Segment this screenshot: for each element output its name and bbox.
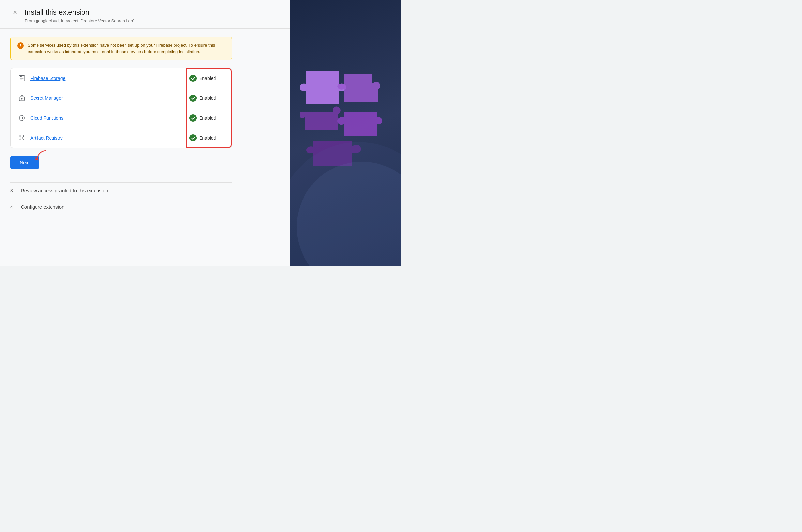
button-area: Next xyxy=(11,156,39,169)
svg-point-8 xyxy=(20,136,21,137)
step-4-number: 4 xyxy=(11,204,16,210)
step-4-label: Configure extension xyxy=(21,204,64,210)
next-button[interactable]: Next xyxy=(11,156,39,169)
service-row-firebase-storage: Firebase Storage Enabled xyxy=(11,69,232,88)
artifact-registry-status-text: Enabled xyxy=(199,135,216,140)
step-3-label: Review access granted to this extension xyxy=(21,188,108,193)
service-row-secret-manager: Secret Manager Enabled xyxy=(11,88,232,108)
step-3-number: 3 xyxy=(11,188,16,193)
svg-point-4 xyxy=(21,98,22,99)
header: × Install this extension From googleclou… xyxy=(0,0,290,29)
step-item-4: 4 Configure extension xyxy=(11,198,232,215)
main-panel: × Install this extension From googleclou… xyxy=(0,0,290,266)
firebase-storage-icon xyxy=(17,74,26,83)
firebase-storage-check xyxy=(189,75,196,82)
service-row-artifact-registry: Artifact Registry Enabled xyxy=(11,128,232,148)
artifact-registry-check xyxy=(189,134,196,141)
secret-manager-icon xyxy=(17,94,26,103)
header-subtitle: From googlecloud, in project 'Firestore … xyxy=(25,18,280,23)
cloud-functions-check xyxy=(189,114,196,121)
page-title: Install this extension xyxy=(25,8,89,17)
svg-rect-3 xyxy=(19,97,25,101)
bg-circle2 xyxy=(290,142,401,266)
firebase-storage-status-text: Enabled xyxy=(199,76,216,81)
step-container: ! Some services used by this extension h… xyxy=(11,37,232,215)
secret-manager-status: Enabled xyxy=(189,95,225,102)
cloud-functions-link[interactable]: Cloud Functions xyxy=(30,115,63,120)
firebase-storage-status: Enabled xyxy=(189,75,225,82)
svg-point-9 xyxy=(23,136,24,137)
right-panel xyxy=(290,0,401,266)
service-row-cloud-functions: Cloud Functions Enabled xyxy=(11,108,232,128)
artifact-registry-link[interactable]: Artifact Registry xyxy=(30,135,63,140)
warning-banner: ! Some services used by this extension h… xyxy=(11,37,232,60)
svg-rect-1 xyxy=(20,78,24,79)
artifact-registry-icon xyxy=(17,133,26,142)
cloud-functions-icon xyxy=(17,113,26,122)
secret-manager-link[interactable]: Secret Manager xyxy=(30,96,63,101)
svg-rect-2 xyxy=(20,79,22,80)
secret-manager-status-text: Enabled xyxy=(199,96,216,101)
steps-below: 3 Review access granted to this extensio… xyxy=(11,182,232,215)
warning-icon: ! xyxy=(17,42,24,49)
svg-point-11 xyxy=(23,139,24,140)
artifact-registry-status: Enabled xyxy=(189,134,225,141)
step-item-3: 3 Review access granted to this extensio… xyxy=(11,182,232,198)
warning-text: Some services used by this extension hav… xyxy=(28,42,225,55)
svg-point-7 xyxy=(21,137,22,138)
firebase-storage-link[interactable]: Firebase Storage xyxy=(30,76,65,81)
secret-manager-check xyxy=(189,95,196,102)
close-button[interactable]: × xyxy=(11,8,20,17)
cloud-functions-status: Enabled xyxy=(189,114,225,121)
services-card: Firebase Storage Enabled xyxy=(11,68,232,148)
cloud-functions-status-text: Enabled xyxy=(199,115,216,120)
svg-point-10 xyxy=(20,139,21,140)
